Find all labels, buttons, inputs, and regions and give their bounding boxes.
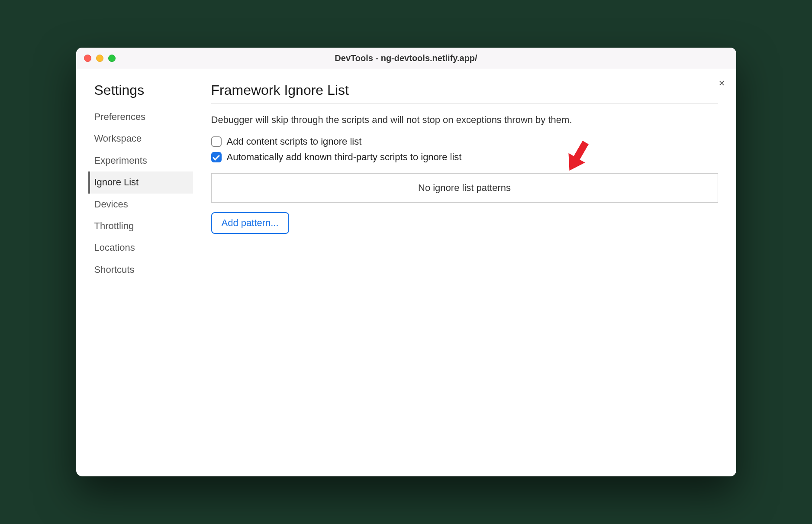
settings-main-panel: Framework Ignore List Debugger will skip… [193, 73, 736, 476]
content-area: × Settings PreferencesWorkspaceExperimen… [76, 69, 736, 476]
panel-description: Debugger will skip through the scripts a… [211, 114, 718, 126]
titlebar: DevTools - ng-devtools.netlify.app/ [76, 48, 736, 69]
sidebar-item-preferences[interactable]: Preferences [88, 106, 193, 128]
maximize-window-button[interactable] [108, 55, 116, 62]
sidebar-item-devices[interactable]: Devices [88, 194, 193, 215]
sidebar-title: Settings [88, 82, 193, 98]
sidebar-item-experiments[interactable]: Experiments [88, 150, 193, 171]
close-window-button[interactable] [84, 55, 91, 62]
close-panel-button[interactable]: × [719, 77, 725, 89]
content-scripts-checkbox[interactable] [211, 136, 222, 147]
sidebar-item-throttling[interactable]: Throttling [88, 215, 193, 237]
sidebar-item-locations[interactable]: Locations [88, 237, 193, 259]
empty-patterns-text: No ignore list patterns [418, 182, 511, 193]
settings-sidebar: Settings PreferencesWorkspaceExperiments… [76, 73, 193, 476]
sidebar-item-ignore-list[interactable]: Ignore List [88, 171, 193, 193]
add-pattern-button[interactable]: Add pattern... [211, 212, 289, 234]
add-pattern-label: Add pattern... [222, 217, 279, 228]
content-scripts-label: Add content scripts to ignore list [227, 136, 362, 147]
third-party-checkbox[interactable] [211, 152, 222, 162]
window-title: DevTools - ng-devtools.netlify.app/ [335, 53, 477, 63]
sidebar-item-shortcuts[interactable]: Shortcuts [88, 259, 193, 281]
sidebar-item-workspace[interactable]: Workspace [88, 128, 193, 149]
minimize-window-button[interactable] [96, 55, 103, 62]
third-party-label: Automatically add known third-party scri… [227, 152, 462, 163]
ignore-list-patterns-box: No ignore list patterns [211, 173, 718, 203]
third-party-checkbox-row[interactable]: Automatically add known third-party scri… [211, 152, 718, 163]
panel-title: Framework Ignore List [211, 82, 718, 104]
window-controls [84, 55, 116, 62]
app-window: DevTools - ng-devtools.netlify.app/ × Se… [76, 48, 736, 476]
content-scripts-checkbox-row[interactable]: Add content scripts to ignore list [211, 136, 718, 147]
